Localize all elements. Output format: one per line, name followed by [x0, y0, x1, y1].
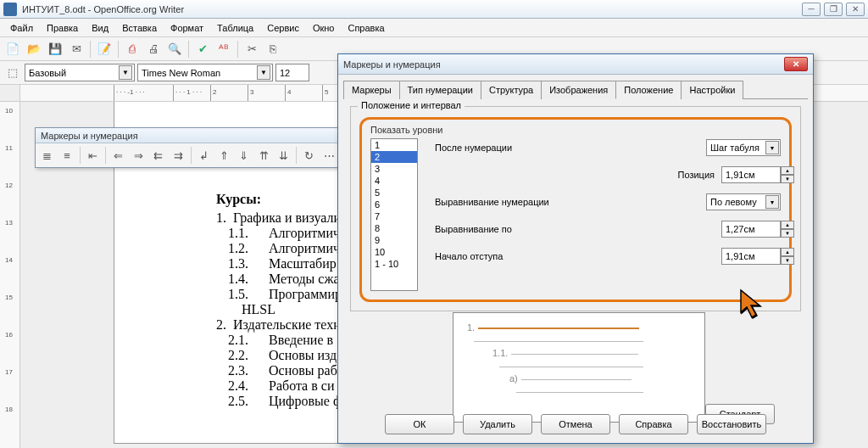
move-down-icon[interactable]: ⇓ [235, 146, 253, 165]
window-title: ИНТУИТ_8.odt - OpenOffice.org Writer [22, 4, 802, 14]
promote-icon[interactable]: ⇐ [109, 146, 127, 165]
tab-options[interactable]: Настройки [681, 81, 743, 99]
font-name-value: Times New Roman [142, 68, 220, 78]
window-titlebar: ИНТУИТ_8.odt - OpenOffice.org Writer ─ ❐… [0, 0, 868, 19]
promote-sub-icon[interactable]: ⇇ [149, 146, 167, 165]
open-icon[interactable]: 📂 [25, 40, 43, 59]
level-option[interactable]: 1 - 10 [371, 258, 417, 270]
level-option-selected[interactable]: 2 [371, 151, 417, 163]
dialog-titlebar[interactable]: Маркеры и нумерация ✕ [338, 54, 813, 75]
outdent-icon[interactable]: ⇤ [84, 146, 102, 165]
menu-window[interactable]: Окно [306, 21, 342, 35]
level-option[interactable]: 9 [371, 234, 417, 246]
after-numbering-label: После нумерации [435, 143, 706, 153]
after-numbering-combo[interactable]: Шаг табуля ▼ [706, 139, 781, 156]
chevron-down-icon[interactable]: ▼ [119, 65, 132, 80]
edit-icon[interactable]: 📝 [95, 40, 114, 59]
cancel-button[interactable]: Отмена [541, 414, 610, 434]
delete-button[interactable]: Удалить [463, 414, 532, 434]
level-option[interactable]: 1 [371, 139, 417, 151]
dialog-button-row: ОК Удалить Отмена Справка Восстановить [338, 414, 813, 434]
bullets-dialog-icon[interactable]: ⋯ [320, 146, 338, 165]
spin-down-icon[interactable]: ▼ [781, 256, 794, 265]
print-icon[interactable]: 🖨 [144, 40, 163, 59]
numbering-alignment-combo[interactable]: По левому ▼ [706, 193, 781, 210]
highlight-annotation: Показать уровни 1 2 3 4 5 6 7 8 9 10 1 -… [359, 117, 792, 302]
tab-outline[interactable]: Структура [481, 81, 542, 99]
help-button[interactable]: Справка [619, 414, 688, 434]
new-doc-icon[interactable]: 📄 [3, 40, 22, 59]
menu-tools[interactable]: Сервис [260, 21, 306, 35]
tab-position[interactable]: Положение [615, 81, 682, 99]
pdf-icon[interactable]: ⎙ [123, 40, 142, 59]
demote-sub-icon[interactable]: ⇉ [170, 146, 187, 165]
move-down-sub-icon[interactable]: ⇊ [275, 146, 292, 165]
show-levels-label: Показать уровни [370, 125, 781, 135]
styles-icon[interactable]: ⬚ [3, 64, 22, 82]
copy-icon[interactable]: ⎘ [264, 40, 282, 59]
indent-at-label: Начало отступа [435, 251, 721, 261]
paragraph-style-combo[interactable]: Базовый ▼ [25, 64, 135, 81]
autospell-icon[interactable]: ᴬᴮ [214, 40, 233, 59]
level-option[interactable]: 3 [371, 163, 417, 175]
mail-icon[interactable]: ✉ [67, 40, 86, 59]
menu-format[interactable]: Формат [164, 21, 210, 35]
level-option[interactable]: 7 [371, 210, 417, 222]
font-name-combo[interactable]: Times New Roman ▼ [137, 64, 273, 81]
level-option[interactable]: 4 [371, 175, 417, 187]
aligned-at-label: Выравнивание по [435, 224, 721, 234]
level-option[interactable]: 8 [371, 222, 417, 234]
bullets-icon[interactable]: ≣ [38, 146, 56, 165]
aligned-at-spinner[interactable]: 1,27см ▲▼ [721, 221, 781, 238]
minimize-button[interactable]: ─ [802, 3, 821, 16]
move-up-icon[interactable]: ⇑ [214, 146, 232, 165]
spin-up-icon[interactable]: ▲ [781, 248, 794, 256]
menu-view[interactable]: Вид [85, 21, 115, 35]
font-size-combo[interactable]: 12 [275, 64, 309, 81]
tab-graphics[interactable]: Изображения [541, 81, 616, 99]
spin-down-icon[interactable]: ▼ [781, 229, 794, 238]
spin-up-icon[interactable]: ▲ [781, 166, 794, 175]
fieldset-legend: Положение и интервал [358, 100, 465, 110]
dialog-close-button[interactable]: ✕ [784, 57, 808, 71]
restore-button[interactable]: Восстановить [697, 414, 766, 434]
level-option[interactable]: 5 [371, 187, 417, 199]
close-button[interactable]: ✕ [846, 3, 865, 16]
position-fieldset: Положение и интервал Показать уровни 1 2… [350, 106, 801, 311]
position-spinner[interactable]: 1,91см ▲▼ [721, 166, 781, 183]
levels-listbox[interactable]: 1 2 3 4 5 6 7 8 9 10 1 - 10 [370, 138, 418, 291]
chevron-down-icon[interactable]: ▼ [765, 195, 779, 209]
insert-unnumbered-icon[interactable]: ↲ [195, 146, 213, 165]
numbering-alignment-label: Выравнивание нумерации [435, 197, 706, 207]
menu-insert[interactable]: Вставка [115, 21, 164, 35]
chevron-down-icon[interactable]: ▼ [765, 141, 779, 154]
save-icon[interactable]: 💾 [46, 40, 64, 59]
spin-down-icon[interactable]: ▼ [781, 175, 794, 183]
level-option[interactable]: 10 [371, 246, 417, 258]
menu-help[interactable]: Справка [341, 21, 391, 35]
spellcheck-icon[interactable]: ✔ [193, 40, 212, 59]
menu-table[interactable]: Таблица [210, 21, 260, 35]
ruler-corner [0, 85, 20, 101]
menu-file[interactable]: Файл [3, 21, 40, 35]
float-toolbar-title[interactable]: Маркеры и нумерация [36, 128, 341, 143]
menu-edit[interactable]: Правка [40, 21, 85, 35]
move-up-sub-icon[interactable]: ⇈ [254, 146, 272, 165]
indent-at-spinner[interactable]: 1,91см ▲▼ [721, 248, 781, 265]
maximize-button[interactable]: ❐ [824, 3, 843, 16]
spin-up-icon[interactable]: ▲ [781, 221, 794, 229]
restart-numbering-icon[interactable]: ↻ [300, 146, 318, 165]
paragraph-style-value: Базовый [29, 68, 66, 78]
level-option[interactable]: 6 [371, 199, 417, 210]
numbering-icon[interactable]: ≡ [58, 146, 75, 165]
dialog-title: Маркеры и нумерация [343, 59, 784, 70]
cut-icon[interactable]: ✂ [242, 40, 261, 59]
ok-button[interactable]: ОК [385, 414, 454, 434]
demote-icon[interactable]: ⇒ [130, 146, 147, 165]
preview-icon[interactable]: 🔍 [165, 40, 184, 59]
vertical-ruler[interactable]: 10 11 12 13 14 15 16 17 18 [0, 102, 20, 448]
bullets-numbering-toolbar[interactable]: Маркеры и нумерация ≣ ≡ ⇤ ⇐ ⇒ ⇇ ⇉ ↲ ⇑ ⇓ … [35, 127, 342, 168]
chevron-down-icon[interactable]: ▼ [257, 65, 270, 80]
tab-numbering-type[interactable]: Тип нумерации [399, 81, 481, 99]
tab-markers[interactable]: Маркеры [343, 81, 400, 99]
